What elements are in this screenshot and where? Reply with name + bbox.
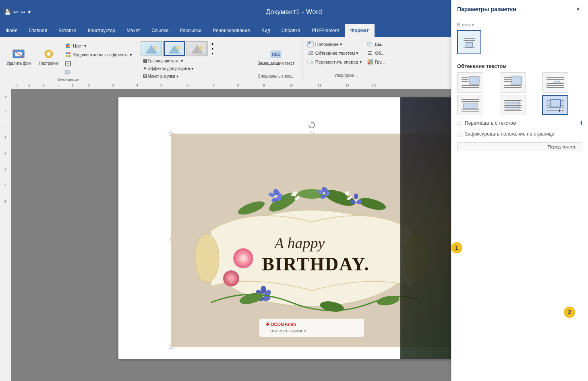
settings-label: Настройки [39, 61, 58, 66]
panel-close-button[interactable]: × [574, 5, 582, 14]
move-forward-button[interactable]: Переместить вперед ▾ [306, 58, 364, 66]
vertical-ruler: ·2 ·1 ⬦ 1 2 3 4 5 [0, 89, 11, 381]
save-icon[interactable]: 💾 [4, 9, 11, 15]
settings-button[interactable]: Настройки [35, 40, 62, 72]
panel-header: Параметры разметки × [451, 0, 588, 17]
wrap-tight-btn[interactable] [500, 72, 526, 93]
arrange-content: Положение ▾ Обтекание текстом ▾ Перемест… [306, 40, 387, 72]
layout-pic-label: Макет рисунка ▾ [148, 74, 178, 78]
fix-position-option[interactable]: Зафиксировать положение на странице [457, 131, 582, 137]
tab-file[interactable]: Файл [0, 24, 23, 37]
svg-rect-43 [371, 60, 373, 62]
tab-review[interactable]: Рецензирование [207, 24, 256, 37]
tab-view[interactable]: Вид [256, 24, 276, 37]
svg-point-79 [347, 195, 349, 197]
art-effects-button[interactable]: Художественные эффекты ▾ [63, 51, 134, 59]
move-with-text-option[interactable]: Перемещать с текстом ℹ [457, 120, 582, 126]
vr-3: 3 [4, 167, 6, 171]
group-icon [367, 59, 373, 65]
vr-5: 5 [4, 200, 6, 204]
quick-access-dropdown[interactable]: ▾ [28, 9, 31, 15]
tab-mailings[interactable]: Рассылки [174, 24, 207, 37]
wrap-square-btn[interactable] [457, 72, 483, 93]
border-label: Граница рисунка ▾ [148, 59, 183, 63]
quick-access-toolbar: 💾 ↩ ↪ ▾ [4, 9, 31, 15]
svg-rect-44 [368, 62, 370, 64]
svg-rect-30 [308, 51, 311, 53]
style-thumb-3[interactable] [186, 41, 208, 56]
layout-panel: Параметры разметки × В тексте [451, 0, 588, 381]
ruler-label-neg1: ·1 [41, 83, 45, 87]
art-effects-label: Художественные эффекты ▾ [73, 52, 132, 58]
wrap-behind-text-btn[interactable] [500, 95, 526, 115]
ruler-label-13: 13 [372, 83, 376, 87]
svg-text:Abc: Abc [272, 52, 280, 57]
ribbon-group-special: Abc Замещающий текст Специальные воз... [250, 39, 302, 79]
ribbon-sub-col-effects: Цвет ▾ Художественные эффекты ▾ [63, 42, 134, 76]
border-button[interactable]: ▦ Граница рисунка ▾ [141, 57, 246, 64]
move-with-text-radio[interactable] [457, 121, 462, 126]
move-back-label: Вы... [375, 42, 385, 47]
wrap-front-text-btn[interactable] [542, 95, 568, 115]
color-button[interactable]: Цвет ▾ [63, 42, 134, 50]
undo-icon[interactable]: ↩ [13, 9, 18, 15]
style-thumb-2[interactable] [164, 41, 185, 56]
alt-text-button[interactable]: Abc Замещающий текст [255, 40, 298, 72]
wrap-through-btn[interactable] [542, 72, 568, 93]
move-with-text-label: Перемещать с текстом [465, 120, 516, 126]
tab-pdfelement[interactable]: PDFElement [306, 24, 345, 37]
style-expand[interactable]: ▾ [209, 52, 216, 56]
move-back-button[interactable]: Вы... [365, 40, 387, 48]
svg-point-22 [176, 46, 180, 50]
align-button[interactable]: Об... [365, 49, 387, 57]
layout-pic-icon: ⊞ [143, 73, 147, 79]
front-text-badge: Перед тексто... [457, 142, 582, 151]
svg-point-62 [277, 195, 281, 201]
inline-text-btn[interactable] [457, 30, 481, 54]
style-thumbnails-row1: ▲ ▼ ▾ [141, 41, 246, 56]
position-radios: Перемещать с текстом ℹ Зафиксировать пол… [457, 120, 582, 139]
style-thumb-1[interactable] [141, 41, 162, 56]
wrap-top-bottom-btn[interactable] [457, 95, 483, 115]
svg-rect-121 [511, 76, 522, 85]
wrap-text-button[interactable]: Обтекание текстом ▾ [306, 49, 364, 57]
tab-constructor[interactable]: Конструктор [82, 24, 121, 37]
remove-bg-button[interactable]: Удалить фон [3, 40, 34, 72]
inline-icons-row [457, 30, 582, 58]
ruler-label-2: 2 [88, 83, 90, 87]
tab-help[interactable]: Справка [276, 24, 306, 37]
vr-2b: 2 [4, 151, 6, 155]
tab-insert[interactable]: Вставка [53, 24, 82, 37]
style-scroll-down[interactable]: ▼ [209, 47, 216, 51]
svg-rect-102 [259, 319, 364, 337]
compress-btn[interactable] [63, 60, 134, 68]
special-content: Abc Замещающий текст [255, 40, 298, 72]
move-forward-label: Переместить вперед ▾ [315, 60, 362, 65]
tab-layout[interactable]: Макет [121, 24, 146, 37]
rotate-handle[interactable] [308, 122, 315, 130]
svg-rect-116 [470, 76, 479, 84]
effect-ris-button[interactable]: ✦ Эффекты для рисунка ▾ [141, 65, 246, 72]
in-text-label: В тексте [457, 22, 582, 27]
ruler-label-9: 9 [263, 83, 265, 87]
fix-position-radio[interactable] [457, 132, 462, 137]
settings-icon [42, 47, 55, 61]
redo-icon[interactable]: ↪ [21, 9, 25, 15]
tab-home[interactable]: Главная [23, 24, 53, 37]
group-button[interactable]: Гру... [365, 58, 387, 66]
arrange-group-label: Упорядочи... [334, 72, 358, 78]
app-title: Документ1 - Word [266, 8, 322, 16]
alt-text-icon: Abc [269, 47, 282, 61]
position-button[interactable]: Положение ▾ [306, 40, 364, 48]
style-scroll-up[interactable]: ▲ [209, 42, 216, 45]
ruler-marker: ⬦ [58, 83, 60, 87]
ruler-label-neg3: ·3 [15, 83, 19, 87]
svg-point-19 [153, 46, 157, 50]
change-image-btn[interactable] [63, 68, 134, 76]
layout-pic-button[interactable]: ⊞ Макет рисунка ▾ [141, 72, 246, 80]
svg-rect-9 [68, 52, 70, 54]
style-scroll-buttons: ▲ ▼ ▾ [209, 41, 216, 56]
effect-ris-icon: ✦ [143, 66, 147, 71]
tab-format[interactable]: Формат [345, 24, 375, 37]
tab-links[interactable]: Ссылки [146, 24, 174, 37]
